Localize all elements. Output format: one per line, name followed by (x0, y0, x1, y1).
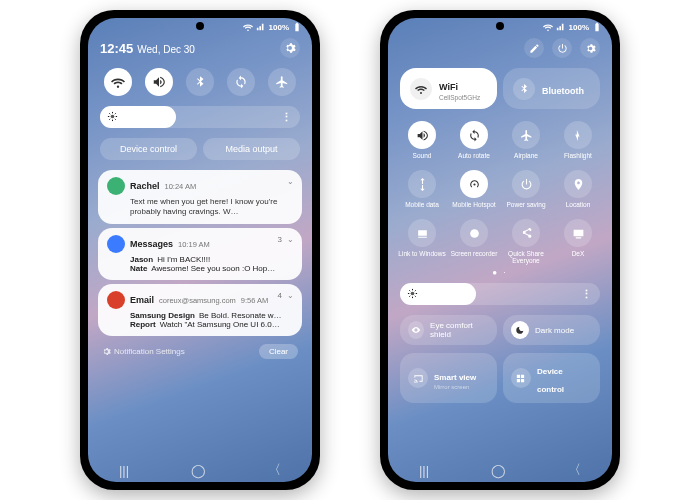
device-control-chip[interactable]: Device control (100, 138, 197, 160)
tile-sublabel: CellSpot5GHz (439, 94, 480, 101)
camera-hole (196, 22, 204, 30)
chip-row: Device control Media output (88, 134, 312, 166)
messages-app-icon (107, 235, 125, 253)
data-icon (408, 170, 436, 198)
qs-dex-toggle[interactable]: DeX (554, 219, 602, 264)
notification-settings-link[interactable]: Notification Settings (102, 347, 185, 356)
recents-button[interactable]: ||| (419, 463, 429, 478)
chevron-down-icon[interactable]: ⌄ (287, 235, 294, 244)
qs-sound-toggle[interactable]: Sound (398, 121, 446, 166)
qs-flashlight-toggle[interactable]: Flashlight (554, 121, 602, 166)
qs-label: Mobile data (405, 201, 439, 215)
gear-icon (585, 43, 596, 54)
settings-button[interactable] (280, 38, 300, 58)
brightness-icon (107, 108, 118, 126)
notification-list: Rachel 10:24 AM Text me when you get her… (88, 170, 312, 336)
battery-status-icon (292, 22, 302, 32)
wifi-icon (410, 78, 432, 100)
brightness-slider[interactable]: ⋮ (400, 283, 600, 305)
qs-label: Link to Windows (398, 250, 445, 264)
notification-card[interactable]: Messages 10:19 AM JasonHi I'm BACK!!!!Na… (98, 228, 302, 280)
media-output-chip[interactable]: Media output (203, 138, 300, 160)
brightness-menu[interactable]: ⋮ (581, 288, 592, 301)
recents-button[interactable]: ||| (119, 463, 129, 478)
qs-power-toggle[interactable]: Power saving (502, 170, 550, 215)
brightness-slider[interactable]: ⋮ (100, 106, 300, 128)
notification-time: 10:24 AM (165, 182, 197, 191)
battery-text: 100% (269, 23, 289, 32)
chevron-down-icon[interactable]: ⌄ (287, 177, 294, 186)
battery-text: 100% (569, 23, 589, 32)
qs-wifi-toggle[interactable] (104, 68, 132, 96)
record-icon (460, 219, 488, 247)
back-button[interactable]: 〈 (568, 461, 581, 479)
qs-record-toggle[interactable]: Screen recorder (450, 219, 498, 264)
page-indicator: ● · (388, 266, 612, 277)
pencil-icon (529, 43, 540, 54)
brightness-icon (407, 285, 418, 303)
qs-label: Mobile Hotspot (452, 201, 495, 215)
qs-auto-rotate-toggle[interactable] (227, 68, 255, 96)
clock-date: Wed, Dec 30 (137, 44, 195, 55)
notification-title: Rachel (130, 181, 160, 191)
qs-label: Sound (413, 152, 432, 166)
messages-app-icon (107, 177, 125, 195)
notification-time: 10:19 AM (178, 240, 210, 249)
power-icon (512, 170, 540, 198)
toggle-label: Dark mode (535, 326, 574, 335)
home-button[interactable]: ◯ (491, 463, 506, 478)
home-button[interactable]: ◯ (191, 463, 206, 478)
sound-icon (408, 121, 436, 149)
brightness-menu[interactable]: ⋮ (281, 111, 292, 124)
notification-title: Messages (130, 239, 173, 249)
eye-icon (408, 321, 424, 339)
qs-grid: Sound Auto rotate Airplane Flashlight Mo… (388, 115, 612, 266)
notification-card[interactable]: Email coreux@samsung.com 9:56 AM Samsung… (98, 284, 302, 336)
qs-bluetooth-toggle[interactable] (186, 68, 214, 96)
quick-toggle-row (88, 62, 312, 100)
qs-airplane-toggle[interactable] (268, 68, 296, 96)
camera-hole (496, 22, 504, 30)
signal-status-icon (256, 22, 266, 32)
email-app-icon (107, 291, 125, 309)
tile-label: Smart view (434, 373, 476, 382)
datetime[interactable]: 12:45 Wed, Dec 30 (100, 41, 195, 56)
toggle-eye[interactable]: Eye comfort shield (400, 315, 497, 345)
tile-grid[interactable]: Device control (503, 353, 600, 403)
tile-cast[interactable]: Smart viewMirror screen (400, 353, 497, 403)
qs-airplane-toggle[interactable]: Airplane (502, 121, 550, 166)
tile-bluetooth[interactable]: Bluetooth (503, 68, 600, 109)
rotate-icon (460, 121, 488, 149)
qs-label: DeX (572, 250, 585, 264)
qs-sound-toggle[interactable] (145, 68, 173, 96)
bottom-tile-row: Smart viewMirror screen Device control (388, 349, 612, 407)
gear-icon (102, 347, 111, 356)
qs-location-toggle[interactable]: Location (554, 170, 602, 215)
back-button[interactable]: 〈 (268, 461, 281, 479)
qs-label: Quick Share Everyone (502, 250, 550, 264)
toggle-moon[interactable]: Dark mode (503, 315, 600, 345)
notification-count: 4 (278, 291, 282, 300)
qs-hotspot-toggle[interactable]: Mobile Hotspot (450, 170, 498, 215)
qs-share-toggle[interactable]: Quick Share Everyone (502, 219, 550, 264)
nav-bar: ||| ◯ 〈 (388, 458, 612, 482)
qs-data-toggle[interactable]: Mobile data (398, 170, 446, 215)
wifi-status-icon (243, 22, 253, 32)
notification-title: Email (130, 295, 154, 305)
power-button[interactable] (552, 38, 572, 58)
edit-button[interactable] (524, 38, 544, 58)
airplane-icon (512, 121, 540, 149)
clear-button[interactable]: Clear (259, 344, 298, 359)
tile-label: Device control (537, 367, 564, 394)
settings-button[interactable] (580, 38, 600, 58)
chevron-down-icon[interactable]: ⌄ (287, 291, 294, 300)
qs-rotate-toggle[interactable]: Auto rotate (450, 121, 498, 166)
gear-icon (284, 42, 296, 54)
qs-link-toggle[interactable]: Link to Windows (398, 219, 446, 264)
edit-row (388, 34, 612, 62)
bluetooth-icon (513, 78, 535, 100)
notification-card[interactable]: Rachel 10:24 AM Text me when you get her… (98, 170, 302, 224)
qs-label: Flashlight (564, 152, 592, 166)
notification-time: 9:56 AM (241, 296, 269, 305)
tile-wifi[interactable]: WiFiCellSpot5GHz (400, 68, 497, 109)
